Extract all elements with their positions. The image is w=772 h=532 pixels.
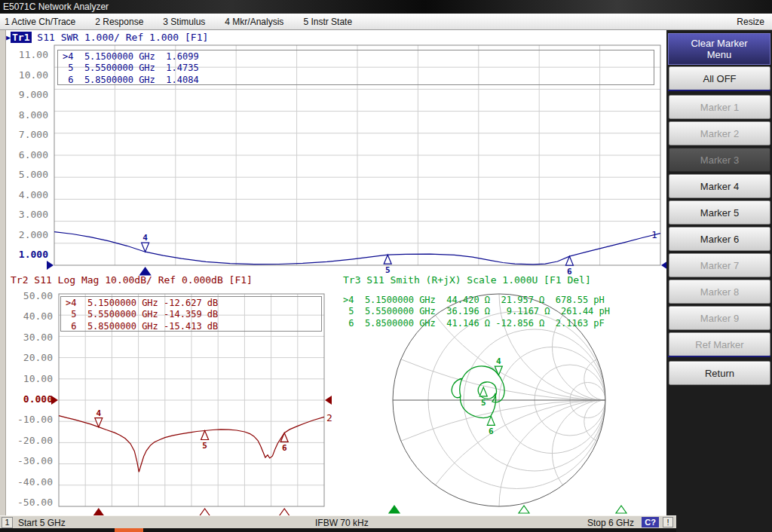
y-axis-label: -10.00 <box>0 414 53 425</box>
sidebar-button-return[interactable]: Return <box>669 361 770 385</box>
y-axis-label: 10.00 <box>0 69 48 81</box>
window-title: E5071C Network Analyzer <box>0 2 109 12</box>
tr1-marker-table: >4 5.1500000 GHz 1.6099 5 5.5500000 GHz … <box>57 50 654 85</box>
correction-badge: C? <box>642 517 659 527</box>
warning-badge[interactable]: ! <box>663 517 673 527</box>
y-axis-label: 40.00 <box>0 310 53 322</box>
sidebar-button-marker-3[interactable]: Marker 3 <box>669 148 770 172</box>
tr3-header-text: S11 Smith (R+jX) Scale 1.000U [F1 Del] <box>360 274 590 286</box>
sidebar-button-all-off[interactable]: All OFF <box>669 66 770 90</box>
menu-item-2[interactable]: 2 Response <box>95 17 143 27</box>
y-axis-label: 2.000 <box>0 229 48 240</box>
tr3-marker-table: >4 5.1500000 GHz 44.420 Ω 21.957 Ω 678.5… <box>343 295 610 329</box>
tr2-header-text: S11 Log Mag 10.00dB/ Ref 0.000dB [F1] <box>28 274 252 286</box>
e5071c-window: E5071C Network Analyzer 1 Active Ch/Trac… <box>0 0 772 532</box>
y-axis-label: 4.000 <box>0 189 48 200</box>
status-bar: 1 Start 5 GHz IFBW 70 kHz Stop 6 GHz C? … <box>0 515 676 529</box>
y-axis-label: -30.00 <box>0 455 53 466</box>
sidebar-button-marker-7[interactable]: Marker 7 <box>669 253 770 277</box>
y-axis-label: 3.000 <box>0 209 48 220</box>
tr3-header[interactable]: Tr3 S11 Smith (R+jX) Scale 1.000U [F1 De… <box>343 274 591 286</box>
y-axis-label: 9.000 <box>0 89 48 100</box>
softkey-sidebar: Clear Marker Menu All OFFMarker 1Marker … <box>666 30 772 532</box>
marker-row: >4 5.1500000 GHz 44.420 Ω 21.957 Ω 678.5… <box>343 295 610 306</box>
marker-row: >4 5.1500000 GHz -12.627 dB <box>66 298 321 309</box>
menu-bar: 1 Active Ch/Trace2 Response3 Stimulus4 M… <box>0 14 772 30</box>
marker-row: 5 5.5500000 GHz 1.4735 <box>63 63 654 74</box>
tr3-name: Tr3 <box>343 274 360 286</box>
stop-frequency-label: Stop 6 GHz <box>587 518 634 528</box>
resize-button[interactable]: Resize <box>737 17 772 27</box>
ifbw-label: IFBW 70 kHz <box>315 518 369 528</box>
chart-area-background <box>0 30 666 515</box>
y-axis-label: 11.00 <box>0 49 48 60</box>
menu-item-4[interactable]: 4 Mkr/Analysis <box>225 17 283 27</box>
sidebar-button-ref-marker[interactable]: Ref Marker <box>669 332 770 356</box>
sidebar-button-marker-4[interactable]: Marker 4 <box>669 174 770 198</box>
y-axis-label: -20.00 <box>0 435 53 446</box>
tr2-marker-table: >4 5.1500000 GHz -12.627 dB 5 5.5500000 … <box>60 296 322 332</box>
tr1-header-text: S11 SWR 1.000/ Ref 1.000 [F1] <box>32 32 209 43</box>
menu-items: 1 Active Ch/Trace2 Response3 Stimulus4 M… <box>0 17 372 27</box>
menu-item-3[interactable]: 3 Stimulus <box>163 17 205 27</box>
sidebar-button-marker-1[interactable]: Marker 1 <box>669 95 770 119</box>
y-axis-label: -50.00 <box>0 497 53 508</box>
y-axis-label: 6.000 <box>0 149 48 161</box>
sidebar-button-marker-9[interactable]: Marker 9 <box>669 306 770 330</box>
y-axis-label: 20.00 <box>0 352 53 363</box>
channel-indicator: 1 <box>2 517 13 528</box>
menu-item-5[interactable]: 5 Instr State <box>303 17 352 27</box>
y-axis-label: 0.000 <box>0 393 53 405</box>
softkey-menu-title-line2: Menu <box>707 49 732 60</box>
sidebar-button-marker-2[interactable]: Marker 2 <box>669 121 770 145</box>
y-axis-label: 50.00 <box>0 290 53 301</box>
softkey-menu-title-line1: Clear Marker <box>691 38 747 49</box>
softkey-menu-title: Clear Marker Menu <box>668 33 770 65</box>
sidebar-button-marker-6[interactable]: Marker 6 <box>669 227 770 251</box>
marker-row: 6 5.8500000 GHz 41.146 Ω -12.856 Ω 2.116… <box>343 318 610 329</box>
marker-row: 5 5.5500000 GHz -14.359 dB <box>66 309 321 320</box>
sidebar-button-marker-5[interactable]: Marker 5 <box>669 200 770 225</box>
marker-row: 6 5.8500000 GHz -15.413 dB <box>66 321 321 332</box>
bottom-strip <box>0 528 676 532</box>
y-axis-label: 5.000 <box>0 169 48 180</box>
y-axis-label: 10.00 <box>0 373 53 384</box>
y-axis-label: 8.000 <box>0 109 48 121</box>
tr1-badge: Tr1 <box>11 32 31 43</box>
taskbar-notch <box>115 528 143 532</box>
tr1-header[interactable]: ▶Tr1 S11 SWR 1.000/ Ref 1.000 [F1] <box>6 32 208 43</box>
y-axis-label: 7.000 <box>0 129 48 140</box>
y-axis-label: -40.00 <box>0 476 53 488</box>
sidebar-separator <box>668 356 770 357</box>
y-axis-label: 30.00 <box>0 332 53 343</box>
marker-row: 5 5.5500000 GHz 36.196 Ω 9.1167 Ω 261.44… <box>343 306 610 317</box>
sidebar-button-marker-8[interactable]: Marker 8 <box>669 280 770 304</box>
y-axis-label: 1.000 <box>0 249 48 260</box>
marker-row: >4 5.1500000 GHz 1.6099 <box>63 51 654 63</box>
marker-row: 6 5.8500000 GHz 1.4084 <box>63 75 654 86</box>
start-frequency-label: Start 5 GHz <box>18 518 66 528</box>
menu-item-1[interactable]: 1 Active Ch/Trace <box>5 17 75 27</box>
tr2-name: Tr2 <box>11 274 28 286</box>
sidebar-separator <box>668 90 770 91</box>
tr2-header[interactable]: Tr2 S11 Log Mag 10.00dB/ Ref 0.000dB [F1… <box>11 274 253 286</box>
title-bar[interactable]: E5071C Network Analyzer <box>0 0 772 14</box>
left-edge-strip <box>0 30 6 515</box>
